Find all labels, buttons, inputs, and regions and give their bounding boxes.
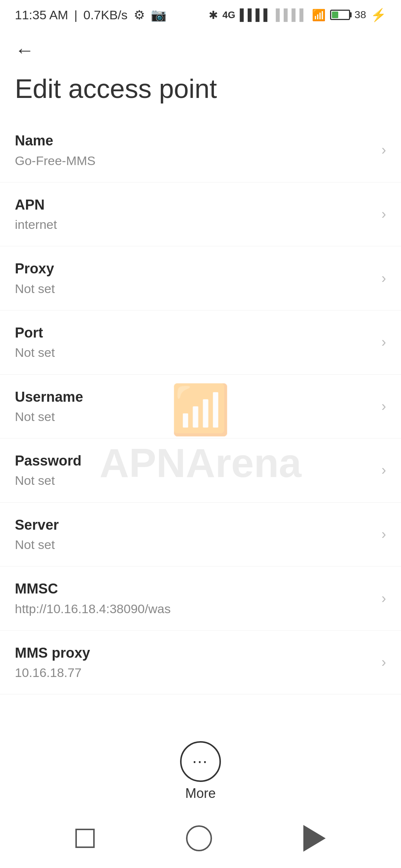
- chevron-right-icon: ›: [381, 142, 386, 158]
- battery-box: [330, 10, 350, 20]
- settings-item-content: MMSChttp://10.16.18.4:38090/was: [15, 580, 374, 617]
- settings-item-label: Proxy: [15, 260, 374, 278]
- nav-recent-button[interactable]: [75, 829, 95, 848]
- bluetooth-icon: ✱: [209, 9, 218, 22]
- settings-item-label: Username: [15, 388, 374, 406]
- settings-item-label: Name: [15, 132, 374, 150]
- settings-item-content: ProxyNot set: [15, 260, 374, 297]
- settings-item-content: APNinternet: [15, 196, 374, 233]
- settings-item-content: UsernameNot set: [15, 388, 374, 425]
- nav-square-icon: [75, 829, 95, 848]
- settings-item-label: APN: [15, 196, 374, 214]
- separator: |: [74, 8, 78, 22]
- chevron-right-icon: ›: [381, 526, 386, 542]
- settings-item-username[interactable]: UsernameNot set›: [0, 375, 401, 439]
- settings-item-value: Not set: [15, 408, 374, 425]
- nav-bar: [0, 809, 401, 868]
- time-display: 11:35 AM: [15, 8, 68, 22]
- chevron-right-icon: ›: [381, 398, 386, 414]
- more-label: More: [185, 786, 216, 801]
- settings-item-name[interactable]: NameGo-Free-MMS›: [0, 118, 401, 183]
- settings-list: NameGo-Free-MMS›APNinternet›ProxyNot set…: [0, 118, 401, 694]
- settings-item-label: Server: [15, 516, 374, 534]
- nav-triangle-icon: [303, 825, 326, 852]
- chevron-right-icon: ›: [381, 462, 386, 478]
- nav-back-button[interactable]: [303, 825, 326, 852]
- settings-icon: ⚙: [134, 7, 145, 22]
- chevron-right-icon: ›: [381, 334, 386, 350]
- settings-item-value: internet: [15, 216, 374, 233]
- settings-item-value: Not set: [15, 472, 374, 489]
- settings-item-value: http://10.16.18.4:38090/was: [15, 601, 374, 617]
- status-right: ✱ 4G ▌▌▌▌ ▌▌▌▌ 📶 38 ⚡: [209, 7, 386, 22]
- bolt-icon: ⚡: [371, 7, 386, 22]
- settings-item-value: Not set: [15, 280, 374, 297]
- status-bar: 11:35 AM | 0.7KB/s ⚙ 📷 ✱ 4G ▌▌▌▌ ▌▌▌▌ 📶 …: [0, 0, 401, 30]
- battery-indicator: 38: [330, 9, 366, 21]
- settings-item-content: PasswordNot set: [15, 452, 374, 489]
- wifi-icon: 📶: [312, 9, 326, 22]
- settings-item-server[interactable]: ServerNot set›: [0, 503, 401, 567]
- more-dots-icon: ⋯: [192, 754, 209, 769]
- chevron-right-icon: ›: [381, 654, 386, 670]
- back-bar: ←: [0, 30, 401, 70]
- back-button[interactable]: ←: [15, 40, 34, 60]
- settings-item-mms-proxy[interactable]: MMS proxy10.16.18.77›: [0, 631, 401, 695]
- settings-item-label: Port: [15, 324, 374, 342]
- settings-item-label: MMS proxy: [15, 644, 374, 662]
- settings-item-value: Go-Free-MMS: [15, 152, 374, 169]
- settings-item-value: Not set: [15, 536, 374, 553]
- settings-item-content: MMS proxy10.16.18.77: [15, 644, 374, 681]
- chevron-right-icon: ›: [381, 591, 386, 606]
- battery-percent: 38: [355, 9, 366, 21]
- nav-circle-icon: [186, 825, 212, 851]
- settings-item-mmsc[interactable]: MMSChttp://10.16.18.4:38090/was›: [0, 566, 401, 631]
- page-title: Edit access point: [0, 70, 401, 118]
- settings-item-label: Password: [15, 452, 374, 470]
- settings-item-port[interactable]: PortNot set›: [0, 310, 401, 375]
- more-button-area: ⋯ More: [0, 741, 401, 801]
- nav-home-button[interactable]: [186, 825, 212, 851]
- chevron-right-icon: ›: [381, 270, 386, 286]
- status-left: 11:35 AM | 0.7KB/s ⚙ 📷: [15, 7, 166, 22]
- battery-fill: [332, 11, 338, 18]
- settings-item-apn[interactable]: APNinternet›: [0, 183, 401, 247]
- settings-item-proxy[interactable]: ProxyNot set›: [0, 246, 401, 310]
- settings-item-password[interactable]: PasswordNot set›: [0, 438, 401, 503]
- settings-item-content: NameGo-Free-MMS: [15, 132, 374, 169]
- speed-display: 0.7KB/s: [84, 8, 128, 22]
- signal-bars2-icon: ▌▌▌▌: [276, 9, 307, 21]
- signal-4g-icon: 4G: [222, 9, 235, 21]
- chevron-right-icon: ›: [381, 206, 386, 222]
- signal-bars-icon: ▌▌▌▌: [240, 9, 271, 21]
- settings-item-label: MMSC: [15, 580, 374, 598]
- settings-item-content: ServerNot set: [15, 516, 374, 553]
- settings-item-content: PortNot set: [15, 324, 374, 361]
- settings-item-value: 10.16.18.77: [15, 664, 374, 681]
- more-button[interactable]: ⋯: [180, 741, 221, 782]
- camera-icon: 📷: [151, 7, 166, 22]
- settings-item-value: Not set: [15, 344, 374, 361]
